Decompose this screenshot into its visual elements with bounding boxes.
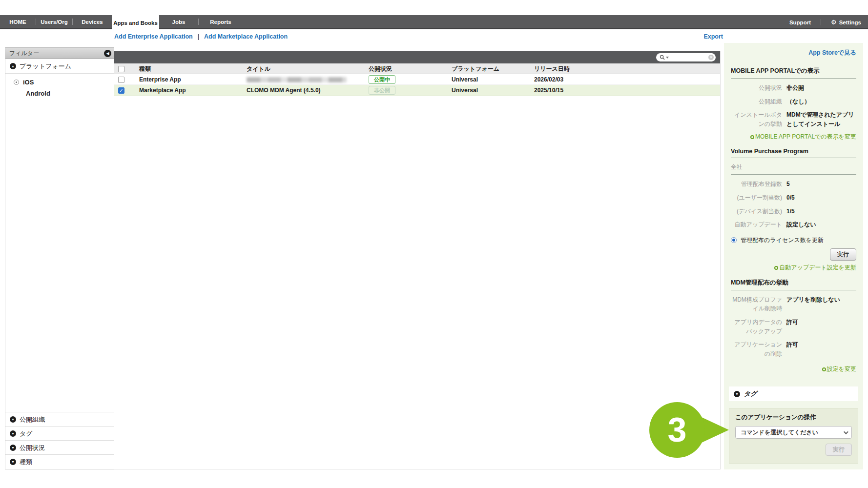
- tag-section-label: タグ: [744, 389, 757, 398]
- change-settings-link[interactable]: 設定を変更: [731, 365, 856, 373]
- tab-apps-and-books[interactable]: Apps and Books: [112, 15, 159, 31]
- change-portal-display-link[interactable]: MOBILE APP PORTALでの表示を変更: [731, 133, 856, 141]
- clear-search-icon[interactable]: ✕: [708, 55, 714, 60]
- ring-icon: [822, 367, 826, 371]
- filter-title: フィルター: [9, 49, 39, 58]
- chevron-down-circle-icon: ▼: [10, 416, 16, 423]
- tab-home[interactable]: HOME: [0, 15, 36, 29]
- vpp-execute-button[interactable]: 実行: [830, 248, 856, 261]
- chevron-down-circle-icon: ▼: [734, 391, 740, 397]
- command-select-value: コマンドを選択してください: [741, 428, 818, 437]
- kv-label: MDM構成プロファイル削除時: [731, 295, 782, 313]
- tab-jobs[interactable]: Jobs: [159, 15, 198, 29]
- publish-org-label: 公開組織: [20, 415, 45, 424]
- change-settings-label: 設定を変更: [827, 366, 856, 372]
- nav-separator: [821, 19, 821, 25]
- row-platform: Universal: [452, 74, 478, 85]
- settings-link[interactable]: ⚙Settings: [831, 19, 861, 25]
- kv-label: 管理配布登録数: [731, 180, 782, 189]
- kv-label: 自動アップデート: [731, 220, 782, 229]
- chevron-up-circle-icon: ▲: [10, 63, 16, 69]
- export-link[interactable]: Export: [703, 33, 723, 40]
- section-divider: [731, 290, 856, 290]
- chevron-left-icon: ◀: [106, 51, 109, 56]
- kv-value: アプリを削除しない: [786, 295, 840, 313]
- table-row[interactable]: Enterprise App 公開中 Universal 2026/02/03: [114, 74, 720, 85]
- tags-label: タグ: [20, 429, 33, 438]
- column-header-title[interactable]: タイトル: [247, 63, 270, 74]
- view-in-app-store-link[interactable]: App Storeで見る: [731, 49, 856, 57]
- row-checkbox[interactable]: [118, 77, 124, 83]
- filter-header: フィルター ◀: [5, 47, 114, 59]
- app-detail-panel: App Storeで見る MOBILE APP PORTALでの表示 公開状況非…: [724, 43, 863, 469]
- sidebar-section-type[interactable]: ▼ 種類: [5, 454, 114, 469]
- row-type: Enterprise App: [139, 74, 181, 85]
- kv-value: 非公開: [786, 83, 804, 93]
- chevron-down-circle-icon: ▼: [10, 445, 16, 451]
- kv-label: 公開状況: [731, 83, 782, 93]
- platform-section-label: プラットフォーム: [20, 62, 71, 71]
- table-row[interactable]: ✓ Marketplace App CLOMO MDM Agent (4.5.0…: [114, 85, 720, 96]
- kv-value: 許可: [786, 318, 798, 336]
- search-input[interactable]: ✕: [656, 53, 716, 61]
- sidebar-section-publish-org[interactable]: ▼ 公開組織: [5, 412, 114, 427]
- sidebar-collapse-button[interactable]: ◀: [104, 50, 111, 57]
- kv-value: 設定しない: [786, 220, 816, 229]
- row-title: CLOMO MDM Agent (4.5.0): [247, 85, 321, 96]
- ring-icon: [750, 135, 754, 139]
- kv-label: 公開組織: [731, 97, 782, 106]
- sidebar-item-ios[interactable]: iOS: [5, 77, 114, 88]
- application-operations-box: このアプリケーションの操作 コマンドを選択してください 実行: [729, 408, 858, 464]
- mdm-section-title: MDM管理配布の挙動: [731, 279, 856, 287]
- add-marketplace-application-link[interactable]: Add Marketplace Application: [204, 33, 288, 40]
- android-label: Android: [26, 90, 50, 97]
- row-checkbox[interactable]: ✓: [118, 87, 124, 94]
- publish-status-label: 公開状況: [20, 444, 45, 452]
- row-release-date: 2025/10/15: [534, 85, 563, 96]
- update-auto-update-label: 自動アップデート設定を更新: [779, 264, 856, 271]
- update-license-radio-row[interactable]: 管理配布のライセンス数を更新: [731, 236, 856, 244]
- kv-value: 0/5: [786, 193, 795, 203]
- app-actions: Add Enterprise Application | Add Marketp…: [114, 33, 288, 40]
- sidebar-section-tags[interactable]: ▼ タグ: [5, 426, 114, 441]
- chevron-down-circle-icon: ▼: [10, 430, 16, 437]
- row-platform: Universal: [452, 85, 478, 96]
- column-header-release[interactable]: リリース日時: [534, 63, 570, 74]
- column-header-status[interactable]: 公開状況: [369, 63, 392, 74]
- command-select[interactable]: コマンドを選択してください: [735, 426, 852, 439]
- operations-title: このアプリケーションの操作: [735, 413, 852, 422]
- vpp-section-title: Volume Purchase Program: [731, 148, 856, 155]
- add-enterprise-application-link[interactable]: Add Enterprise Application: [114, 33, 193, 40]
- support-link[interactable]: Support: [789, 20, 811, 25]
- operations-execute-button[interactable]: 実行: [826, 444, 852, 456]
- row-type: Marketplace App: [139, 85, 186, 96]
- sidebar-section-platform[interactable]: ▲ プラットフォーム: [5, 59, 114, 74]
- tag-section-toggle[interactable]: ▼ タグ: [729, 386, 858, 401]
- tab-reports[interactable]: Reports: [199, 15, 243, 29]
- sidebar-section-publish-status[interactable]: ▼ 公開状況: [5, 440, 114, 455]
- tab-users-org[interactable]: Users/Org: [36, 15, 72, 29]
- column-header-platform[interactable]: プラットフォーム: [452, 63, 499, 74]
- kv-label: アプリケーションの削除: [731, 340, 782, 358]
- kv-value: MDMで管理されたアプリとしてインストール: [786, 110, 856, 128]
- applications-table: ✕ 種類 タイトル 公開状況 プラットフォーム リリース日時 Enterpris…: [114, 51, 721, 469]
- section-divider: [731, 174, 856, 175]
- search-scope-caret-icon[interactable]: [666, 57, 669, 59]
- ios-label: iOS: [23, 79, 34, 86]
- tab-devices[interactable]: Devices: [73, 15, 112, 29]
- settings-label: Settings: [839, 20, 861, 25]
- kv-value: 許可: [786, 340, 798, 358]
- radio-selected-icon[interactable]: [731, 237, 737, 243]
- filter-sidebar: フィルター ◀ ▲ プラットフォーム iOS Android ▼ 公開組織 ▼ …: [5, 47, 114, 469]
- select-all-checkbox[interactable]: [118, 66, 124, 72]
- update-auto-update-link[interactable]: 自動アップデート設定を更新: [731, 264, 856, 272]
- kv-value: 1/5: [786, 207, 795, 216]
- table-header-row: 種類 タイトル 公開状況 プラットフォーム リリース日時: [114, 63, 720, 74]
- sidebar-item-android[interactable]: Android: [5, 88, 114, 99]
- ring-icon: [774, 266, 778, 270]
- status-badge: 公開中: [369, 75, 395, 84]
- chevron-down-circle-icon: ▼: [10, 459, 16, 465]
- kv-label: (ユーザー割当数): [731, 193, 782, 203]
- type-label: 種類: [20, 458, 32, 467]
- column-header-type[interactable]: 種類: [139, 63, 151, 74]
